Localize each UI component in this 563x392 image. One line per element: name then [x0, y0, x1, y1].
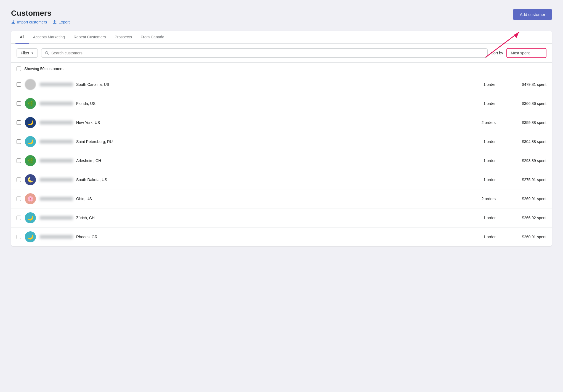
avatar: 🌙	[25, 212, 36, 223]
search-input[interactable]	[51, 51, 484, 55]
row-checkbox[interactable]	[17, 197, 21, 201]
table-row[interactable]: 🌙 New York, US 2 orders $359.88 spent	[11, 113, 552, 132]
row-checkbox[interactable]	[17, 235, 21, 239]
customer-name-blurred	[40, 178, 73, 182]
showing-count: Showing 50 customers	[24, 67, 63, 71]
import-label: Import customers	[17, 20, 47, 24]
avatar: 🌙	[25, 117, 36, 128]
toolbar: Filter ▼ Sort by Most spent Most orders …	[11, 44, 552, 63]
header-left: Customers Import customers Export	[11, 9, 70, 24]
customer-orders: 2 orders	[468, 120, 496, 125]
customer-name-blurred	[40, 159, 73, 163]
tab-prospects[interactable]: Prospects	[110, 31, 136, 44]
export-label: Export	[59, 20, 70, 24]
customer-orders: 1 order	[468, 158, 496, 163]
page-title: Customers	[11, 9, 70, 18]
customer-orders: 1 order	[468, 178, 496, 182]
svg-point-0	[45, 51, 48, 54]
select-all-checkbox[interactable]	[17, 67, 21, 71]
customer-orders: 1 order	[468, 235, 496, 239]
table-row[interactable]: 🌙 Saint Petersburg, RU 1 order $304.88 s…	[11, 132, 552, 151]
filter-label: Filter	[21, 51, 29, 55]
row-checkbox[interactable]	[17, 216, 21, 220]
customer-orders: 2 orders	[468, 197, 496, 201]
sort-select[interactable]: Most spent Most orders Last order date N…	[507, 49, 546, 57]
header-actions: Import customers Export	[11, 20, 70, 24]
customer-info: South Carolina, US	[40, 82, 464, 87]
avatar: 🌙	[25, 136, 36, 147]
page-header: Customers Import customers Export Add cu…	[11, 9, 552, 24]
customer-location: Florida, US	[76, 101, 95, 106]
customer-location: South Carolina, US	[76, 82, 109, 87]
row-checkbox[interactable]	[17, 139, 21, 144]
customer-spent: $366.86 spent	[511, 101, 546, 106]
row-checkbox[interactable]	[17, 178, 21, 182]
sort-select-wrapper: Most spent Most orders Last order date N…	[506, 48, 546, 58]
customer-info: Arlesheim, CH	[40, 158, 464, 163]
customer-spent: $266.92 spent	[511, 216, 546, 220]
chevron-down-icon: ▼	[31, 52, 34, 55]
table-row[interactable]: 🌿 Arlesheim, CH 1 order $293.89 spent	[11, 151, 552, 170]
customer-name-blurred	[40, 102, 73, 105]
customer-location: New York, US	[76, 120, 100, 125]
search-icon	[45, 51, 49, 55]
showing-row: Showing 50 customers	[11, 63, 552, 75]
customer-name-blurred	[40, 83, 73, 86]
customer-info: New York, US	[40, 120, 464, 125]
row-checkbox[interactable]	[17, 158, 21, 163]
avatar: 🌸	[25, 193, 36, 204]
table-row[interactable]: 🌙 Rhodes, GR 1 order $260.91 spent	[11, 227, 552, 246]
avatar: 🌜	[25, 174, 36, 185]
customer-info: Zürich, CH	[40, 216, 464, 220]
customer-name-blurred	[40, 197, 73, 201]
add-customer-button[interactable]: Add customer	[513, 9, 552, 20]
tabs-container: All Accepts Marketing Repeat Customers P…	[11, 31, 552, 44]
table-row[interactable]: 🌸 Ohio, US 2 orders $269.91 spent	[11, 189, 552, 208]
customer-name-blurred	[40, 140, 73, 144]
filter-button[interactable]: Filter ▼	[17, 48, 38, 58]
avatar: 🌙	[25, 231, 36, 242]
search-wrapper	[41, 48, 488, 58]
import-icon	[11, 20, 15, 24]
table-row[interactable]: 🌿 Florida, US 1 order $366.86 spent	[11, 94, 552, 113]
row-checkbox[interactable]	[17, 101, 21, 106]
tab-all[interactable]: All	[15, 31, 29, 44]
customer-location: Saint Petersburg, RU	[76, 139, 113, 144]
table-row[interactable]: 🌜 South Dakota, US 1 order $275.91 spent	[11, 170, 552, 189]
tab-repeat-customers[interactable]: Repeat Customers	[69, 31, 110, 44]
customer-spent: $260.91 spent	[511, 235, 546, 239]
row-checkbox[interactable]	[17, 82, 21, 87]
customer-spent: $479.81 spent	[511, 82, 546, 87]
customer-name-blurred	[40, 216, 73, 220]
customer-info: South Dakota, US	[40, 178, 464, 182]
customer-orders: 1 order	[468, 139, 496, 144]
customer-location: South Dakota, US	[76, 178, 107, 182]
customer-list: South Carolina, US 1 order $479.81 spent…	[11, 75, 552, 246]
customer-name-blurred	[40, 121, 73, 125]
customer-info: Saint Petersburg, RU	[40, 139, 464, 144]
customer-info: Rhodes, GR	[40, 235, 464, 239]
export-icon	[52, 20, 57, 24]
customer-location: Ohio, US	[76, 197, 92, 201]
customer-info: Ohio, US	[40, 197, 464, 201]
row-checkbox[interactable]	[17, 120, 21, 125]
avatar: 🌿	[25, 98, 36, 109]
export-link[interactable]: Export	[52, 20, 70, 24]
customer-name-blurred	[40, 235, 73, 239]
customer-spent: $359.88 spent	[511, 120, 546, 125]
import-customers-link[interactable]: Import customers	[11, 20, 47, 24]
customer-spent: $304.88 spent	[511, 139, 546, 144]
customer-location: Zürich, CH	[76, 216, 95, 220]
customer-orders: 1 order	[468, 101, 496, 106]
tab-from-canada[interactable]: From Canada	[136, 31, 169, 44]
customer-spent: $269.91 spent	[511, 197, 546, 201]
avatar: 🌿	[25, 155, 36, 166]
customer-location: Rhodes, GR	[76, 235, 97, 239]
customer-orders: 1 order	[468, 82, 496, 87]
table-row[interactable]: South Carolina, US 1 order $479.81 spent	[11, 75, 552, 94]
customer-orders: 1 order	[468, 216, 496, 220]
sort-by-label: Sort by	[491, 51, 503, 55]
customer-info: Florida, US	[40, 101, 464, 106]
tab-accepts-marketing[interactable]: Accepts Marketing	[29, 31, 69, 44]
table-row[interactable]: 🌙 Zürich, CH 1 order $266.92 spent	[11, 208, 552, 227]
